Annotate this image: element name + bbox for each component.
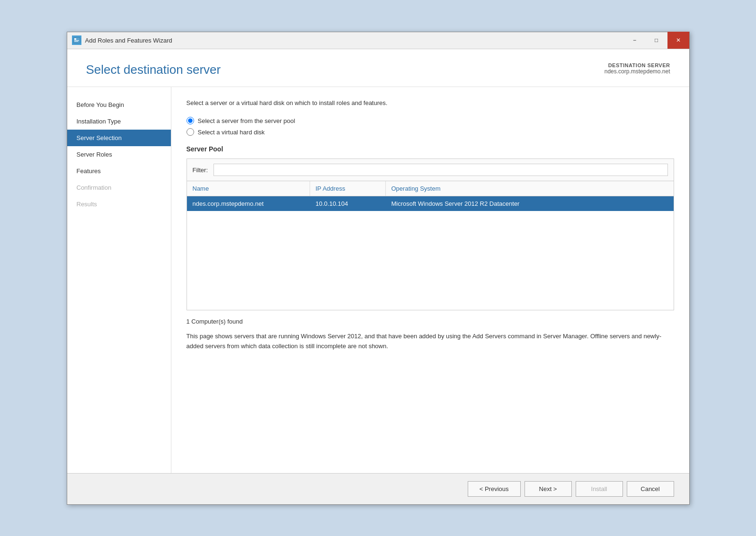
install-button[interactable]: Install xyxy=(576,481,623,497)
right-panel: Select a server or a virtual hard disk o… xyxy=(171,87,689,473)
sidebar-item-confirmation: Confirmation xyxy=(67,179,171,196)
svg-rect-2 xyxy=(74,40,79,41)
radio-vhd-label: Select a virtual hard disk xyxy=(198,129,265,136)
minimize-button[interactable]: − xyxy=(624,32,646,49)
cancel-button[interactable]: Cancel xyxy=(627,481,674,497)
wizard-icon xyxy=(72,35,81,45)
svg-rect-3 xyxy=(74,41,78,42)
table-header: Name IP Address Operating System xyxy=(187,181,674,196)
destination-server-name: ndes.corp.mstepdemo.net xyxy=(605,68,670,75)
sidebar-item-server-selection[interactable]: Server Selection xyxy=(67,130,171,146)
next-button[interactable]: Next > xyxy=(525,481,572,497)
table-body: ndes.corp.mstepdemo.net 10.0.10.104 Micr… xyxy=(187,196,674,310)
cell-server-os: Microsoft Windows Server 2012 R2 Datacen… xyxy=(386,196,674,211)
previous-button[interactable]: < Previous xyxy=(468,481,521,497)
header-section: Select destination server DESTINATION SE… xyxy=(67,49,689,87)
description-text: Select a server or a virtual hard disk o… xyxy=(187,98,674,108)
info-text: This page shows servers that are running… xyxy=(187,332,674,351)
table-row[interactable]: ndes.corp.mstepdemo.net 10.0.10.104 Micr… xyxy=(187,196,674,211)
destination-label: DESTINATION SERVER xyxy=(605,62,670,68)
server-pool-container: Filter: Name IP Address Operating System… xyxy=(187,158,674,310)
sidebar: Before You Begin Installation Type Serve… xyxy=(67,87,171,473)
computers-found: 1 Computer(s) found xyxy=(187,318,674,325)
cell-server-ip: 10.0.10.104 xyxy=(310,196,386,211)
sidebar-item-features[interactable]: Features xyxy=(67,163,171,179)
sidebar-item-server-roles[interactable]: Server Roles xyxy=(67,146,171,163)
sidebar-item-results: Results xyxy=(67,196,171,212)
section-title: Server Pool xyxy=(187,145,674,153)
maximize-button[interactable]: □ xyxy=(646,32,667,49)
page-title: Select destination server xyxy=(86,62,221,77)
radio-vhd[interactable] xyxy=(187,128,194,136)
title-bar: Add Roles and Features Wizard − □ ✕ xyxy=(67,32,689,49)
title-bar-left: Add Roles and Features Wizard xyxy=(72,35,172,45)
window-title: Add Roles and Features Wizard xyxy=(85,37,172,44)
main-content: Before You Begin Installation Type Serve… xyxy=(67,87,689,473)
filter-label: Filter: xyxy=(193,167,208,174)
sidebar-item-installation-type[interactable]: Installation Type xyxy=(67,113,171,130)
radio-server-pool[interactable] xyxy=(187,117,194,124)
radio-group: Select a server from the server pool Sel… xyxy=(187,117,674,136)
radio-option-vhd[interactable]: Select a virtual hard disk xyxy=(187,128,674,136)
footer: < Previous Next > Install Cancel xyxy=(67,473,689,504)
svg-rect-1 xyxy=(74,38,76,40)
title-bar-controls: − □ ✕ xyxy=(624,32,689,49)
radio-option-server-pool[interactable]: Select a server from the server pool xyxy=(187,117,674,124)
destination-server-info: DESTINATION SERVER ndes.corp.mstepdemo.n… xyxy=(605,62,670,75)
col-header-os: Operating System xyxy=(386,181,674,196)
filter-row: Filter: xyxy=(187,159,674,181)
sidebar-item-before-you-begin[interactable]: Before You Begin xyxy=(67,97,171,113)
radio-server-pool-label: Select a server from the server pool xyxy=(198,117,295,124)
col-header-ip: IP Address xyxy=(310,181,386,196)
filter-input[interactable] xyxy=(213,164,668,176)
close-button[interactable]: ✕ xyxy=(667,32,689,49)
cell-server-name: ndes.corp.mstepdemo.net xyxy=(187,196,310,211)
col-header-name: Name xyxy=(187,181,310,196)
wizard-window: Add Roles and Features Wizard − □ ✕ Sele… xyxy=(67,32,690,505)
